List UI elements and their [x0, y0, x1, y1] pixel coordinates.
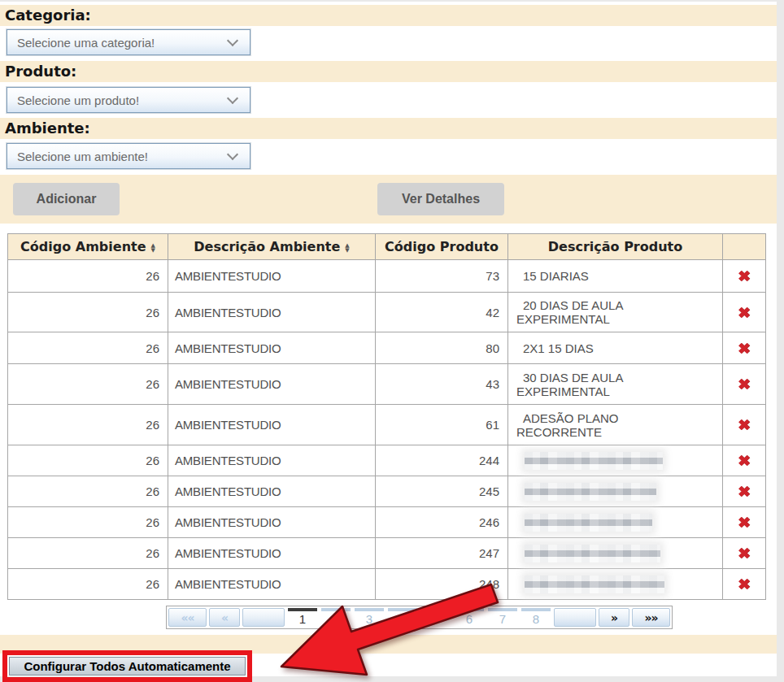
pagination-last-button[interactable]: »»: [632, 608, 670, 627]
cell-codigo-ambiente: 26: [8, 445, 168, 476]
products-table: Código Ambiente▲▼ Descrição Ambiente▲▼ C…: [7, 233, 766, 600]
cell-delete: ✖: [723, 405, 766, 445]
cell-descricao-produto: 15 DIARIAS: [508, 260, 723, 293]
delete-icon[interactable]: ✖: [738, 303, 751, 321]
produto-select-value: Selecione um produto!: [7, 93, 229, 107]
col-header-codigo-ambiente[interactable]: Código Ambiente▲▼: [8, 234, 168, 260]
cell-codigo-ambiente: 26: [8, 538, 168, 569]
table-header-row: Código Ambiente▲▼ Descrição Ambiente▲▼ C…: [8, 234, 766, 260]
pagination-page-6[interactable]: 6: [454, 608, 485, 627]
cell-descricao-produto: [508, 538, 723, 569]
cell-codigo-produto: 244: [376, 445, 508, 476]
table-row: 26 AMBIENTESTUDIO 245 ✖: [8, 476, 766, 507]
cell-delete: ✖: [723, 260, 766, 293]
cell-descricao-produto: ADESÃO PLANO RECORRENTE: [508, 405, 723, 445]
configurar-todos-button[interactable]: Configurar Todos Automaticamente: [9, 657, 246, 675]
pagination-blank-button[interactable]: [554, 608, 596, 627]
delete-icon[interactable]: ✖: [738, 267, 751, 285]
table-row: 26 AMBIENTESTUDIO 244 ✖: [8, 445, 766, 476]
action-bar: Adicionar Ver Detalhes: [0, 175, 777, 224]
cell-descricao-ambiente: AMBIENTESTUDIO: [168, 507, 376, 538]
cell-codigo-produto: 246: [376, 507, 508, 538]
cell-descricao-ambiente: AMBIENTESTUDIO: [168, 445, 376, 476]
table-row: 26 AMBIENTESTUDIO 43 30 DIAS DE AULA EXP…: [8, 364, 766, 405]
delete-icon[interactable]: ✖: [738, 483, 751, 501]
cell-delete: ✖: [723, 364, 766, 405]
redacted-text: [525, 545, 660, 563]
cell-descricao-ambiente: AMBIENTESTUDIO: [168, 538, 376, 569]
cell-descricao-ambiente: AMBIENTESTUDIO: [168, 569, 376, 600]
pagination-page-3[interactable]: 3: [354, 608, 385, 627]
ambiente-select-value: Selecione um ambiente!: [7, 150, 229, 163]
cell-delete: ✖: [723, 293, 766, 332]
ambiente-select[interactable]: Selecione um ambiente!: [7, 143, 250, 169]
delete-icon[interactable]: ✖: [738, 416, 751, 434]
pagination-page-4[interactable]: 4: [387, 608, 418, 627]
cell-delete: ✖: [723, 507, 766, 538]
cell-codigo-ambiente: 26: [8, 260, 168, 293]
cell-delete: ✖: [723, 569, 766, 600]
delete-icon[interactable]: ✖: [738, 576, 751, 593]
cell-delete: ✖: [723, 332, 766, 364]
ambiente-label: Ambiente:: [0, 118, 777, 139]
sort-icon: ▲▼: [151, 243, 155, 253]
redacted-text: [525, 576, 664, 593]
table-row: 26 AMBIENTESTUDIO 80 2X1 15 DIAS ✖: [8, 332, 766, 364]
page: Categoria: Selecione uma categoria! Prod…: [0, 0, 784, 682]
pagination-next-button[interactable]: »: [599, 608, 629, 627]
annotation-highlight-box: Configurar Todos Automaticamente: [2, 650, 252, 682]
chevron-down-icon: [227, 35, 238, 46]
cell-descricao-ambiente: AMBIENTESTUDIO: [168, 476, 376, 507]
cell-descricao-produto: 20 DIAS DE AULA EXPERIMENTAL: [508, 293, 723, 332]
cell-codigo-produto: 42: [376, 293, 508, 332]
categoria-select[interactable]: Selecione uma categoria!: [7, 29, 250, 55]
delete-icon[interactable]: ✖: [738, 376, 751, 393]
pagination-page-7[interactable]: 7: [487, 608, 518, 627]
pagination-first-button[interactable]: ««: [168, 608, 207, 627]
table-row: 26 AMBIENTESTUDIO 246 ✖: [8, 507, 766, 538]
produto-label: Produto:: [0, 61, 777, 82]
produto-select[interactable]: Selecione um produto!: [7, 87, 250, 113]
table-row: 26 AMBIENTESTUDIO 247 ✖: [8, 538, 766, 569]
pagination-page-5[interactable]: 5: [420, 608, 451, 627]
cell-codigo-produto: 248: [376, 569, 508, 600]
pagination-page-2[interactable]: 2: [320, 608, 351, 627]
cell-codigo-produto: 247: [376, 538, 508, 569]
cell-descricao-ambiente: AMBIENTESTUDIO: [168, 260, 376, 293]
cell-descricao-produto: [508, 507, 723, 538]
pagination-page-1[interactable]: 1: [287, 608, 318, 627]
delete-icon[interactable]: ✖: [738, 452, 751, 470]
pagination: «« « 1 2 3 4 5 6 7 8 » »»: [166, 606, 673, 629]
delete-icon[interactable]: ✖: [738, 545, 751, 563]
adicionar-button[interactable]: Adicionar: [13, 183, 120, 215]
cell-descricao-produto: 30 DIAS DE AULA EXPERIMENTAL: [508, 364, 723, 405]
chevron-down-icon: [227, 149, 238, 160]
table-row: 26 AMBIENTESTUDIO 73 15 DIARIAS ✖: [8, 260, 766, 293]
cell-codigo-produto: 61: [376, 405, 508, 445]
redacted-text: [525, 452, 663, 470]
pagination-prev-button[interactable]: «: [209, 608, 240, 627]
cell-descricao-ambiente: AMBIENTESTUDIO: [168, 332, 376, 364]
cell-descricao-ambiente: AMBIENTESTUDIO: [168, 405, 376, 445]
delete-icon[interactable]: ✖: [738, 514, 751, 532]
cell-descricao-ambiente: AMBIENTESTUDIO: [168, 293, 376, 332]
cell-descricao-produto: [508, 476, 723, 507]
table-row: 26 AMBIENTESTUDIO 248 ✖: [8, 569, 766, 600]
categoria-select-value: Selecione uma categoria!: [7, 36, 229, 50]
cell-codigo-produto: 80: [376, 332, 508, 364]
sort-icon: ▲▼: [345, 243, 349, 253]
delete-icon[interactable]: ✖: [738, 339, 751, 357]
cell-codigo-produto: 245: [376, 476, 508, 507]
redacted-text: [525, 514, 652, 532]
pagination-blank-button[interactable]: [242, 608, 285, 627]
col-header-descricao-ambiente[interactable]: Descrição Ambiente▲▼: [168, 234, 376, 260]
col-header-codigo-produto: Código Produto: [376, 234, 508, 260]
pagination-page-8[interactable]: 8: [520, 608, 551, 627]
ver-detalhes-button[interactable]: Ver Detalhes: [377, 183, 504, 215]
cell-codigo-ambiente: 26: [8, 507, 168, 538]
col-header-descricao-produto: Descrição Produto: [508, 234, 723, 260]
redacted-text: [525, 483, 656, 501]
cell-codigo-ambiente: 26: [8, 405, 168, 445]
chevron-down-icon: [227, 93, 238, 104]
categoria-label: Categoria:: [0, 5, 777, 26]
